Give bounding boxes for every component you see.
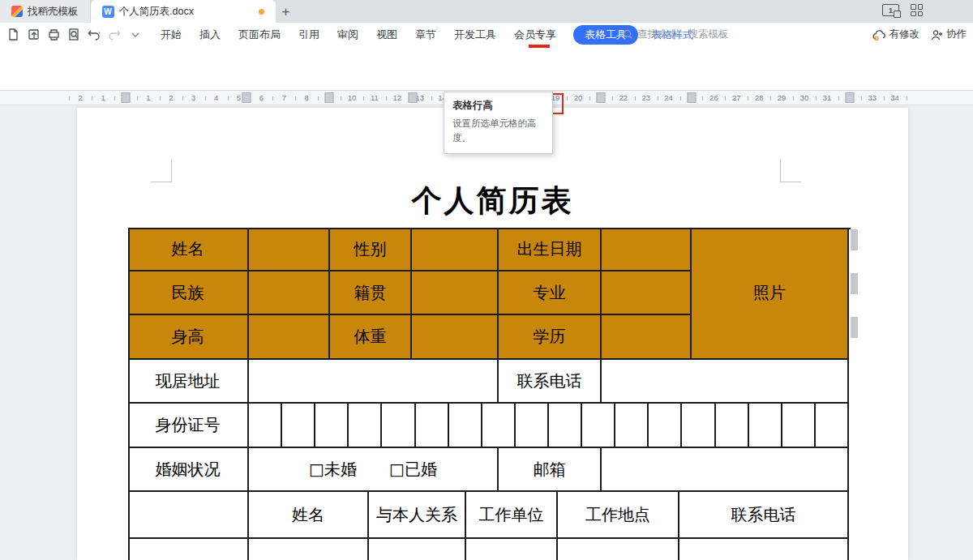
menu-item[interactable]: 审阅 bbox=[328, 23, 367, 46]
ruler-tick bbox=[793, 96, 794, 100]
customize-toolbar-icon[interactable] bbox=[126, 26, 144, 43]
table-cell-label[interactable]: 婚姻状况 bbox=[128, 448, 249, 492]
table-cell-label[interactable]: 籍贯 bbox=[330, 271, 412, 315]
table-cell[interactable] bbox=[249, 539, 369, 560]
table-cell-label[interactable]: 专业 bbox=[499, 271, 602, 315]
tab-document[interactable]: W 个人简历表.docx bbox=[91, 0, 276, 23]
table-cell-label[interactable]: 性别 bbox=[330, 228, 412, 271]
ruler-tick bbox=[702, 96, 703, 100]
id-digit-cell[interactable] bbox=[349, 404, 382, 448]
table-cell-label[interactable]: 身高 bbox=[128, 315, 249, 360]
table-cell[interactable] bbox=[249, 271, 330, 315]
row-resize-handle[interactable] bbox=[851, 273, 858, 294]
ruler-column-marker[interactable] bbox=[845, 92, 854, 103]
tab-docer-templates[interactable]: 找稻壳模板 bbox=[0, 0, 91, 23]
id-digit-cell[interactable] bbox=[382, 404, 416, 448]
table-cell-label[interactable]: 姓名 bbox=[249, 492, 369, 539]
table-cell[interactable] bbox=[412, 315, 499, 360]
table-cell-label[interactable]: 联系电话 bbox=[679, 492, 849, 539]
cloud-sync-status[interactable]: 有修改 bbox=[872, 28, 920, 41]
ruler-column-marker[interactable] bbox=[325, 92, 334, 103]
id-digit-cell[interactable] bbox=[249, 404, 282, 448]
print-preview-icon[interactable] bbox=[66, 26, 83, 43]
id-digit-cell[interactable] bbox=[716, 404, 749, 448]
id-digit-cell[interactable] bbox=[449, 404, 482, 448]
single-window-mode-icon[interactable]: 1 bbox=[882, 4, 899, 16]
id-digit-cell[interactable] bbox=[816, 404, 849, 448]
id-digit-cell[interactable] bbox=[582, 404, 615, 448]
menu-item[interactable]: 会员专享 bbox=[505, 23, 565, 46]
row-resize-handle[interactable] bbox=[851, 229, 858, 250]
table-cell[interactable] bbox=[602, 228, 692, 271]
table-cell-label[interactable]: □未婚 □已婚 bbox=[249, 448, 499, 492]
id-digit-cell[interactable] bbox=[516, 404, 549, 448]
table-cell[interactable] bbox=[369, 539, 466, 560]
table-cell-label[interactable]: 现居地址 bbox=[128, 360, 249, 404]
table-cell-label[interactable]: 学历 bbox=[499, 315, 602, 360]
ruler-column-marker[interactable] bbox=[409, 92, 418, 103]
ruler-tick: 30 bbox=[800, 91, 809, 105]
new-tab-button[interactable]: + bbox=[276, 2, 297, 23]
document-title[interactable]: 个人简历表 bbox=[77, 181, 908, 221]
id-digit-cell[interactable] bbox=[649, 404, 682, 448]
menu-item[interactable]: 开始 bbox=[152, 23, 191, 46]
document-page[interactable]: 个人简历表 姓名性别出生日期民族籍贯专业身高体重学历照片现居地址联系电话身份证号… bbox=[77, 108, 908, 560]
id-digit-cell[interactable] bbox=[549, 404, 582, 448]
table-cell[interactable] bbox=[602, 448, 849, 492]
menu-item[interactable]: 章节 bbox=[406, 23, 445, 46]
id-digit-cell[interactable] bbox=[416, 404, 449, 448]
new-document-icon[interactable] bbox=[5, 26, 22, 43]
id-digit-cell[interactable] bbox=[315, 404, 349, 448]
ruler-tick bbox=[861, 96, 862, 100]
table-cell[interactable] bbox=[679, 539, 849, 560]
word-document-icon: W bbox=[102, 6, 114, 18]
table-cell[interactable] bbox=[466, 539, 558, 560]
id-digit-cell[interactable] bbox=[282, 404, 315, 448]
id-digit-cell[interactable] bbox=[682, 404, 716, 448]
table-cell[interactable] bbox=[249, 315, 330, 360]
app-grid-icon[interactable] bbox=[911, 4, 923, 16]
id-digit-cell[interactable] bbox=[482, 404, 516, 448]
table-cell[interactable] bbox=[128, 492, 249, 539]
menu-item[interactable]: 引用 bbox=[289, 23, 328, 46]
menu-item[interactable]: 视图 bbox=[367, 23, 406, 46]
command-search-box[interactable]: 查找命令、搜索模板 bbox=[623, 23, 729, 46]
table-cell-label[interactable]: 联系电话 bbox=[499, 360, 602, 404]
table-cell-label[interactable]: 民族 bbox=[128, 271, 249, 315]
table-cell-label[interactable]: 身份证号 bbox=[128, 404, 249, 448]
table-cell[interactable] bbox=[602, 360, 849, 404]
id-digit-cell[interactable] bbox=[782, 404, 816, 448]
table-cell-label[interactable]: 工作单位 bbox=[466, 492, 558, 539]
id-digit-cell[interactable] bbox=[615, 404, 649, 448]
export-pdf-icon[interactable] bbox=[25, 26, 42, 43]
table-cell-label[interactable]: 与本人关系 bbox=[369, 492, 466, 539]
id-digit-cell[interactable] bbox=[749, 404, 782, 448]
print-icon[interactable] bbox=[45, 26, 62, 43]
ruler-column-marker[interactable] bbox=[687, 92, 696, 103]
table-cell[interactable] bbox=[602, 315, 692, 360]
row-resize-handle[interactable] bbox=[851, 317, 858, 338]
table-cell[interactable] bbox=[602, 271, 692, 315]
ruler-column-marker[interactable] bbox=[596, 92, 605, 103]
ruler-column-marker[interactable] bbox=[242, 92, 251, 103]
table-cell[interactable] bbox=[558, 539, 679, 560]
table-cell[interactable] bbox=[249, 360, 499, 404]
table-cell-photo[interactable]: 照片 bbox=[692, 228, 849, 360]
menu-item[interactable]: 开发工具 bbox=[445, 23, 505, 46]
table-cell[interactable] bbox=[128, 539, 249, 560]
table-cell-label[interactable]: 工作地点 bbox=[558, 492, 679, 539]
table-cell-label[interactable]: 体重 bbox=[330, 315, 412, 360]
table-cell-label[interactable]: 出生日期 bbox=[499, 228, 602, 271]
ruler-tick bbox=[884, 96, 885, 100]
menu-item[interactable]: 页面布局 bbox=[229, 23, 289, 46]
redo-icon[interactable] bbox=[106, 26, 123, 43]
menu-item[interactable]: 插入 bbox=[191, 23, 229, 46]
collaborate-button[interactable]: 协作 bbox=[931, 28, 967, 41]
table-cell[interactable] bbox=[249, 228, 330, 271]
table-cell-label[interactable]: 姓名 bbox=[128, 228, 249, 271]
undo-icon[interactable] bbox=[86, 26, 103, 43]
table-cell-label[interactable]: 邮箱 bbox=[499, 448, 602, 492]
table-cell[interactable] bbox=[412, 271, 499, 315]
ruler-column-marker[interactable] bbox=[122, 92, 131, 103]
table-cell[interactable] bbox=[412, 228, 499, 271]
